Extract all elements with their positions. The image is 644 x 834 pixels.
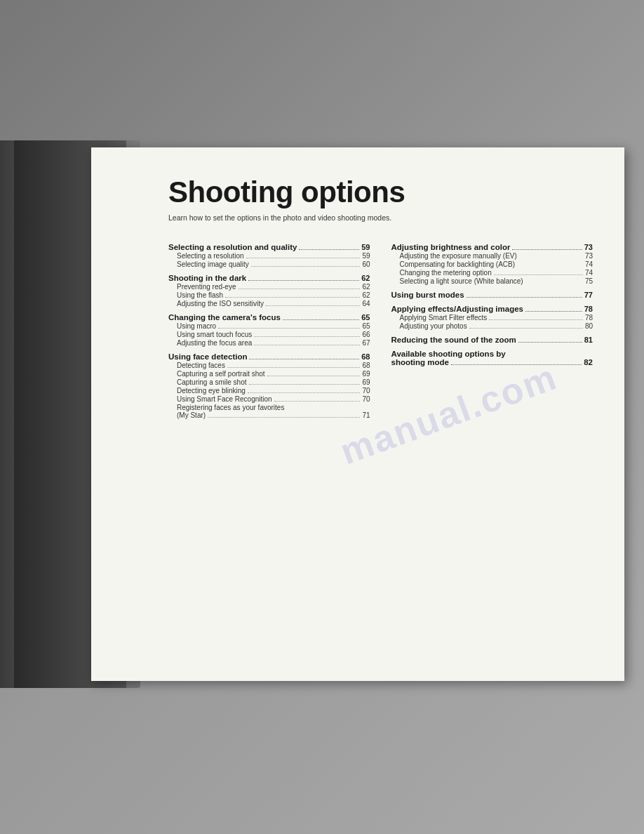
item-focus-area: Adjusting the focus area 67 [177,339,370,347]
item-label: Adjusting the exposure manually (EV) [400,252,517,260]
dots [267,376,361,376]
toc-right-col: Adjusting brightness and color 73 Adjust… [391,237,593,420]
section-resolution-label: Selecting a resolution and quality [168,243,297,251]
section-face-page: 68 [361,352,370,361]
section-focus-label: Changing the camera's focus [168,313,281,322]
item-label: Changing the metering option [400,269,492,277]
item-page: 80 [585,322,593,330]
section-available-line2: shooting mode 82 [391,358,593,366]
item-flash: Using the flash 62 [177,291,370,299]
item-page: 69 [362,378,370,386]
section-available-line1: Available shooting options by [391,350,593,358]
item-label: Preventing red-eye [177,283,236,291]
item-label-2: (My Star) [177,411,206,419]
section-focus-page: 65 [361,313,370,322]
dots [518,342,582,343]
item-exposure: Adjusting the exposure manually (EV) 73 [400,252,593,260]
item-label: Using macro [177,322,216,330]
section-effects-title: Applying effects/Adjusting images 78 [391,305,593,313]
item-label: Adjusting the focus area [177,339,252,347]
item-backlighting: Compensating for backlighting (ACB) 74 [400,260,593,268]
item-label: Selecting a resolution [177,252,244,260]
section-available-page: 82 [584,358,593,366]
item-label: Detecting eye blinking [177,387,246,395]
page-subtitle: Learn how to set the options in the phot… [168,213,593,222]
dots [299,249,359,250]
item-smart-touch-focus: Using smart touch focus 66 [177,331,370,338]
toc-container: Selecting a resolution and quality 59 Se… [168,237,593,420]
item-label: Using the flash [177,291,223,299]
dots [283,319,359,320]
item-metering: Changing the metering option 74 [400,269,593,277]
item-page: 68 [362,362,370,369]
dots [525,311,582,312]
item-page: 66 [362,331,370,338]
item-page: 71 [362,411,370,419]
item-adjust-photos: Adjusting your photos 80 [400,322,593,330]
item-page: 65 [362,322,370,330]
dots [208,417,360,418]
dots [248,392,361,393]
section-brightness-label: Adjusting brightness and color [391,243,511,251]
section-face: Using face detection 68 Detecting faces … [168,352,370,419]
dots [489,319,583,320]
section-available-label: shooting mode [391,358,449,366]
item-page: 70 [362,395,370,403]
item-label: Selecting a light source (White balance) [400,277,523,285]
item-label: Detecting faces [177,362,225,369]
item-label: Selecting image quality [177,260,249,268]
section-brightness-title: Adjusting brightness and color 73 [391,243,593,251]
dots [218,328,360,329]
section-dark: Shooting in the dark 62 Preventing red-e… [168,274,370,307]
section-resolution: Selecting a resolution and quality 59 Se… [168,243,370,268]
section-face-label: Using face detection [168,352,247,361]
item-label: Capturing a smile shot [177,378,247,386]
section-available-title: Available shooting options by shooting m… [391,350,593,366]
item-page: 78 [585,314,593,322]
dots [254,336,360,337]
item-page: 70 [362,387,370,395]
dots [225,297,360,298]
dots [246,258,361,258]
item-smart-face: Using Smart Face Recognition 70 [177,395,370,403]
section-focus-title: Changing the camera's focus 65 [168,313,370,322]
item-detect-faces: Detecting faces 68 [177,362,370,369]
item-page: 75 [585,277,593,285]
item-iso: Adjusting the ISO sensitivity 64 [177,300,370,307]
item-smile-shot: Capturing a smile shot 69 [177,378,370,386]
section-burst-title: Using burst modes 77 [391,291,593,299]
item-selecting-resolution: Selecting a resolution 59 [177,252,370,260]
section-burst-page: 77 [584,291,593,299]
item-page: 73 [585,252,593,260]
toc-left-col: Selecting a resolution and quality 59 Se… [168,237,370,420]
section-effects: Applying effects/Adjusting images 78 App… [391,305,593,330]
item-label: Adjusting your photos [400,322,467,330]
section-focus: Changing the camera's focus 65 Using mac… [168,313,370,347]
section-zoom-page: 81 [584,336,593,344]
item-page: 74 [585,260,593,268]
item-label: Registering faces as your favorites [177,404,284,411]
item-label: Using Smart Face Recognition [177,395,272,403]
item-label: Compensating for backlighting (ACB) [400,260,516,268]
item-my-star: Registering faces as your favorites (My … [177,404,370,419]
section-zoom: Reducing the sound of the zoom 81 [391,336,593,344]
item-macro: Using macro 65 [177,322,370,330]
dots [467,297,582,298]
section-effects-page: 78 [584,305,593,313]
item-page: 60 [362,260,370,268]
dots [494,274,583,275]
item-self-portrait: Capturing a self portrait shot 69 [177,370,370,378]
dots [274,401,361,402]
item-white-balance: Selecting a light source (White balance)… [400,277,593,285]
section-available-options: Available shooting options by shooting m… [391,350,593,366]
section-effects-label: Applying effects/Adjusting images [391,305,524,313]
item-label: Adjusting the ISO sensitivity [177,300,264,307]
item-page: 62 [362,291,370,299]
dots [239,289,361,289]
item-red-eye: Preventing red-eye 62 [177,283,370,291]
section-dark-title: Shooting in the dark 62 [168,274,370,282]
item-eye-blink: Detecting eye blinking 70 [177,387,370,395]
page-title: Shooting options [168,176,593,209]
dots [251,266,361,267]
dots [254,345,360,345]
